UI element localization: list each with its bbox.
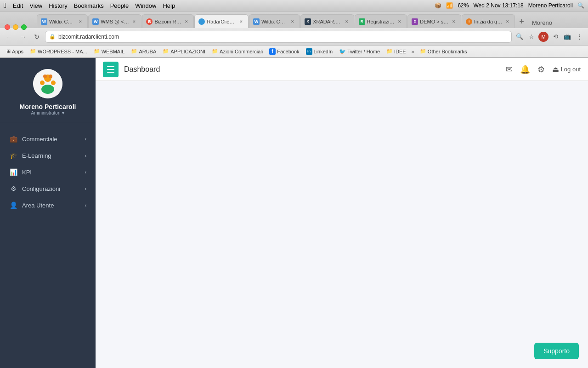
traffic-lights [5,24,27,30]
menu-people[interactable]: People [110,2,129,9]
tab-favicon-9: i [466,18,472,25]
tab-favicon-1: W [41,18,47,25]
menu-bookmarks[interactable]: Bookmarks [74,2,104,9]
bookmark-aruba[interactable]: 📁 ARUBA [128,47,159,55]
sidebar-label-configurazioni: Configurazioni [22,185,60,192]
tab-title-2: WMS @ <b... [101,19,129,24]
history-nav-icon[interactable]: ⟲ [550,32,560,42]
bookmark-apps[interactable]: ⊞ Apps [4,47,26,55]
logout-button[interactable]: ⏏ Log out [552,65,581,74]
bookmarks-bar: ⊞ Apps 📁 WORDPRESS - MA... 📁 WEBMAIL 📁 A… [0,46,588,58]
tab-title-6: XRADAR.C... [313,19,341,24]
tab-close-9[interactable]: ✕ [504,18,511,25]
back-button[interactable]: ← [4,31,15,42]
sidebar-label-area-utente: Area Utente [22,202,54,209]
tab-favicon-3: B [146,18,153,25]
briefcase-icon: 💼 [9,135,17,143]
bookmark-wordpress[interactable]: 📁 WORDPRESS - MA... [27,47,90,55]
browser-tab-6[interactable]: X XRADAR.C... ✕ [300,14,354,28]
twitter-icon: 🐦 [339,48,346,55]
browser-content: Moreno Perticaroli Amministratori ▾ 💼 Co… [0,58,588,368]
address-bar[interactable]: 🔒 bizcomit.radarclienti.com [45,31,512,43]
maximize-button[interactable] [21,24,27,30]
gear-icon[interactable]: ⚙ [537,64,545,75]
cast-icon[interactable]: 📺 [562,32,572,42]
wifi-icon: 📶 [446,2,453,9]
search-nav-icon[interactable]: 🔍 [514,32,525,42]
hamburger-button[interactable] [103,62,119,77]
menu-window[interactable]: Window [135,2,156,9]
menu-history[interactable]: History [49,2,67,9]
tab-close-6[interactable]: ✕ [344,18,350,25]
minimize-button[interactable] [13,24,18,30]
browser-tab-8[interactable]: D DEMO > su... ✕ [407,14,461,28]
tab-close-4[interactable]: ✕ [238,18,244,25]
navigation-bar: ← → ↻ 🔒 bizcomit.radarclienti.com 🔍 ☆ M … [0,28,588,46]
battery-status: 62% [458,2,469,9]
more-options-icon[interactable]: ⋮ [574,32,584,42]
tab-close-2[interactable]: ✕ [131,18,137,25]
search-icon[interactable]: 🔍 [577,2,584,9]
browser-tab-1[interactable]: W Wildix Coll... ✕ [37,14,88,28]
sidebar-label-kpi: KPI [22,169,32,176]
bookmark-idee[interactable]: 📁 IDEE [384,47,409,55]
tab-close-3[interactable]: ✕ [183,18,190,25]
bookmark-other[interactable]: 📁 Other Bookmarks [417,47,470,55]
browser-tab-3[interactable]: B Bizcom Ra... ✕ [142,14,194,28]
sidebar-item-area-utente[interactable]: 👤 Area Utente ‹ [0,197,96,213]
browser-tab-5[interactable]: W Wildix Coll... ✕ [249,14,300,28]
menu-help[interactable]: Help [163,2,175,9]
reload-button[interactable]: ↻ [31,31,42,42]
bell-icon[interactable]: 🔔 [520,64,530,75]
profile-icon[interactable]: M [538,32,548,42]
bookmark-star-icon[interactable]: ☆ [526,32,537,42]
facebook-icon: f [269,48,276,55]
bookmark-webmail[interactable]: 📁 WEBMAIL [91,47,128,55]
tab-close-8[interactable]: ✕ [451,18,457,25]
tab-title-3: Bizcom Ra... [154,19,181,24]
sidebar-item-kpi[interactable]: 📊 KPI ‹ [0,164,96,180]
settings-icon: ⚙ [9,185,17,192]
tab-favicon-6: X [305,18,311,25]
browser-tab-2[interactable]: W WMS @ <b... ✕ [88,14,141,28]
sidebar-user-role[interactable]: Amministratori ▾ [31,110,65,115]
menu-view[interactable]: View [29,2,42,9]
hamburger-line [107,69,114,70]
new-tab-button[interactable]: + [515,15,528,28]
sidebar-item-configurazioni[interactable]: ⚙ Configurazioni ‹ [0,180,96,197]
lock-icon: 🔒 [49,34,56,40]
browser-tab-4[interactable]: RadarClient... ✕ [194,14,249,28]
arrow-icon-configurazioni: ‹ [85,186,86,191]
dropbox-icon: 📦 [435,2,441,9]
profile-button[interactable]: Moreno [528,17,556,28]
bookmark-linkedin[interactable]: in LinkedIn [303,47,336,56]
bookmark-facebook[interactable]: f Facebook [266,47,302,56]
tab-close-1[interactable]: ✕ [77,18,84,25]
browser-tab-9[interactable]: i Inizia da qu... ✕ [462,14,515,28]
email-icon[interactable]: ✉ [506,64,513,75]
support-button[interactable]: Supporto [534,343,579,359]
bookmark-applicazioni[interactable]: 📁 APPLICAZIONI [160,47,208,55]
role-dropdown-icon: ▾ [62,110,64,115]
sidebar-item-commerciale[interactable]: 💼 Commerciale ‹ [0,131,96,147]
sidebar-item-elearning[interactable]: 🎓 E-Learning ‹ [0,147,96,164]
tab-title-5: Wildix Coll... [261,19,288,24]
tab-close-7[interactable]: ✕ [396,18,403,25]
tab-close-5[interactable]: ✕ [289,18,296,25]
close-button[interactable] [5,24,10,30]
menu-user[interactable]: Moreno Perticaroli [528,2,573,9]
browser-tab-7[interactable]: R Registrazio... ✕ [355,14,407,28]
bookmark-twitter[interactable]: 🐦 Twitter / Home [336,47,383,56]
bookmark-azioni[interactable]: 📁 Azioni Commerciali [209,47,266,55]
svg-point-2 [41,85,54,94]
main-content-area: Dashboard ✉ 🔔 ⚙ ⏏ Log out Supporto [96,58,588,368]
menu-edit[interactable]: Edit [13,2,23,9]
forward-button[interactable]: → [17,31,28,42]
folder-icon-webmail: 📁 [94,48,100,54]
header-icons: ✉ 🔔 ⚙ ⏏ Log out [506,64,581,75]
arrow-icon-area-utente: ‹ [85,203,86,208]
apple-menu[interactable]:  [4,1,6,10]
svg-point-0 [33,69,62,98]
tab-favicon-7: R [359,18,365,25]
tab-title-9: Inizia da qu... [474,19,503,24]
